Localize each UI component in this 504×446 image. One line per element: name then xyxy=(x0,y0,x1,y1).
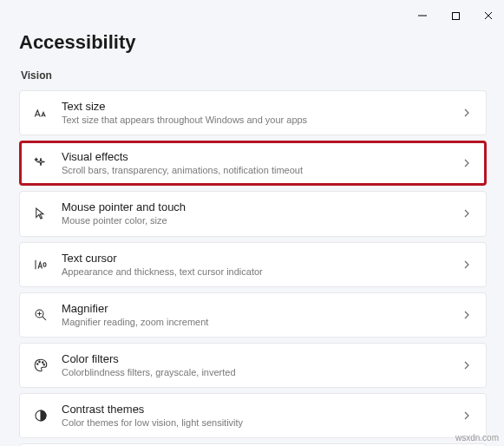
item-mouse-pointer[interactable]: Mouse pointer and touch Mouse pointer co… xyxy=(19,191,487,236)
svg-point-12 xyxy=(43,364,45,366)
item-text: Color filters Colorblindness filters, gr… xyxy=(62,352,448,378)
item-text: Visual effects Scroll bars, transparency… xyxy=(62,150,448,176)
item-color-filters[interactable]: Color filters Colorblindness filters, gr… xyxy=(19,343,487,388)
item-visual-effects[interactable]: Visual effects Scroll bars, transparency… xyxy=(19,141,487,186)
svg-point-11 xyxy=(43,362,44,364)
item-text: Text size Text size that appears through… xyxy=(62,100,448,126)
chevron-right-icon xyxy=(460,409,474,423)
item-title: Text cursor xyxy=(62,252,448,265)
contrast-icon xyxy=(32,407,49,424)
item-sub: Appearance and thickness, text cursor in… xyxy=(62,266,448,278)
item-sub: Color themes for low vision, light sensi… xyxy=(62,417,448,429)
accessibility-page: Accessibility Vision Text size Text size… xyxy=(0,0,504,446)
chevron-right-icon xyxy=(460,156,474,170)
item-text: Contrast themes Color themes for low vis… xyxy=(62,403,448,429)
text-size-icon xyxy=(32,104,49,121)
item-title: Color filters xyxy=(62,352,448,365)
section-vision-label: Vision xyxy=(21,69,487,82)
chevron-right-icon xyxy=(460,358,474,372)
item-text-size[interactable]: Text size Text size that appears through… xyxy=(19,90,487,135)
item-title: Magnifier xyxy=(62,302,448,315)
item-text: Magnifier Magnifier reading, zoom increm… xyxy=(62,302,448,328)
window-controls xyxy=(412,5,499,26)
text-cursor-icon xyxy=(32,256,49,273)
svg-line-6 xyxy=(43,317,46,320)
item-contrast-themes[interactable]: Contrast themes Color themes for low vis… xyxy=(19,393,487,438)
item-title: Contrast themes xyxy=(62,403,448,416)
item-sub: Colorblindness filters, grayscale, inver… xyxy=(62,367,448,378)
svg-rect-1 xyxy=(452,12,459,19)
item-magnifier[interactable]: Magnifier Magnifier reading, zoom increm… xyxy=(19,292,487,338)
item-text: Mouse pointer and touch Mouse pointer co… xyxy=(62,200,448,226)
page-title: Accessibility xyxy=(19,31,487,54)
item-title: Mouse pointer and touch xyxy=(62,200,448,213)
cursor-icon xyxy=(32,205,49,222)
chevron-right-icon xyxy=(460,106,474,120)
item-title: Text size xyxy=(62,100,448,113)
item-text: Text cursor Appearance and thickness, te… xyxy=(62,252,448,278)
item-title: Visual effects xyxy=(62,150,448,163)
watermark: wsxdn.com xyxy=(455,433,499,443)
item-sub: Magnifier reading, zoom increment xyxy=(62,317,448,328)
palette-icon xyxy=(32,357,49,374)
maximize-button[interactable] xyxy=(445,5,466,26)
close-button[interactable] xyxy=(478,5,499,26)
item-sub: Text size that appears throughout Window… xyxy=(62,115,448,126)
magnifier-icon xyxy=(32,306,49,324)
chevron-right-icon xyxy=(460,207,474,220)
minimize-button[interactable] xyxy=(412,5,433,26)
item-sub: Scroll bars, transparency, animations, n… xyxy=(62,165,448,176)
chevron-right-icon xyxy=(460,258,474,272)
item-sub: Mouse pointer color, size xyxy=(62,215,448,226)
chevron-right-icon xyxy=(460,308,474,322)
svg-point-9 xyxy=(37,364,39,365)
svg-point-10 xyxy=(39,361,41,363)
item-text-cursor[interactable]: Text cursor Appearance and thickness, te… xyxy=(19,242,487,287)
sparkle-icon xyxy=(32,154,49,172)
